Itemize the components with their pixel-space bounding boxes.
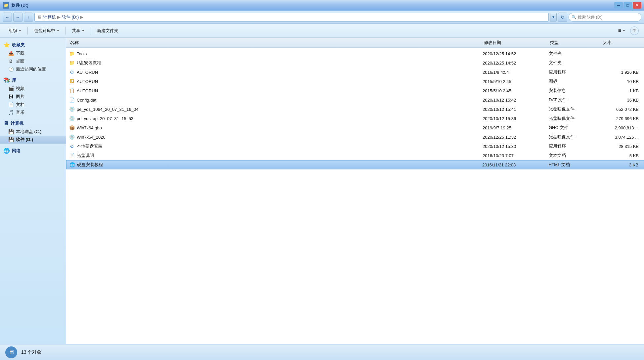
back-button[interactable]: ← (3, 13, 12, 22)
path-computer[interactable]: 计算机 (43, 14, 56, 20)
sidebar-item-local-c[interactable]: 💾 本地磁盘 (C:) (0, 128, 66, 136)
search-input[interactable] (578, 15, 638, 20)
file-name-cell: ⚙ 本地硬盘安装 (69, 143, 483, 149)
address-path[interactable]: 🖥 计算机 ▶ 软件 (D:) ▶ (34, 13, 549, 22)
file-name-label: AUTORUN (77, 79, 98, 84)
col-date[interactable]: 修改日期 (483, 40, 549, 46)
col-name[interactable]: 名称 (69, 40, 483, 46)
file-type-cell: DAT 文件 (549, 97, 602, 103)
up-button[interactable]: ↑ (24, 13, 33, 22)
table-row[interactable]: 📄 光盘说明 2016/10/23 7:07 文本文档 5 KB (66, 151, 644, 160)
file-size-cell: 1,926 KB (602, 70, 641, 75)
sidebar-item-downloads[interactable]: 📥 下载 (0, 49, 66, 57)
file-name-label: pe_yqs_xp_20_07_31_15_53 (77, 116, 133, 121)
table-row[interactable]: 💿 pe_yqs_1064_20_07_31_16_04 2020/10/12 … (66, 105, 644, 114)
sidebar-item-docs[interactable]: 📄 文档 (0, 101, 66, 109)
file-name-label: Config.dat (77, 98, 96, 103)
file-type-cell: 文件夹 (549, 60, 602, 66)
file-type-icon: 📋 (69, 88, 75, 94)
minimize-button[interactable]: ─ (614, 2, 623, 9)
search-box[interactable]: 🔍 (569, 13, 641, 22)
file-name-cell: 🖼 AUTORUN (69, 78, 483, 84)
file-date-cell: 2020/12/25 14:52 (483, 51, 549, 56)
file-name-cell: 📋 AUTORUN (69, 88, 483, 94)
file-size-cell: 1 KB (602, 88, 641, 93)
sidebar-libraries-header[interactable]: 📚 库 (0, 76, 66, 85)
table-row[interactable]: 💿 Win7x64_2020 2020/12/25 11:32 光盘映像文件 3… (66, 132, 644, 142)
file-type-icon: 📦 (69, 125, 75, 131)
file-type-icon: ⚙ (69, 143, 75, 149)
col-type[interactable]: 类型 (549, 40, 602, 46)
file-name-label: Tools (77, 51, 87, 56)
table-row[interactable]: 📁 U盘安装教程 2020/12/25 14:52 文件夹 (66, 58, 644, 68)
table-row[interactable]: 📄 Config.dat 2020/10/12 15:42 DAT 文件 36 … (66, 95, 644, 105)
file-type-icon: 📁 (69, 51, 75, 57)
sidebar-item-images[interactable]: 🖼 图片 (0, 93, 66, 101)
file-date-cell: 2016/11/21 22:03 (482, 162, 548, 167)
close-button[interactable]: ✕ (633, 2, 641, 9)
file-name-cell: 📁 U盘安装教程 (69, 60, 483, 66)
status-count: 13 个对象 (21, 349, 41, 355)
forward-button[interactable]: → (13, 13, 22, 22)
sidebar-item-music[interactable]: 🎵 音乐 (0, 109, 66, 116)
file-name-label: U盘安装教程 (77, 60, 101, 66)
organize-arrow: ▼ (19, 29, 21, 32)
library-arrow: ▼ (57, 29, 60, 32)
file-type-icon: 📄 (69, 97, 75, 103)
titlebar-title: 软件 (D:) (11, 2, 28, 8)
table-row[interactable]: 📋 AUTORUN 2015/5/10 2:45 安装信息 1 KB (66, 86, 644, 95)
col-size[interactable]: 大小 (602, 40, 641, 46)
file-name-cell: 💿 pe_yqs_xp_20_07_31_15_53 (69, 115, 483, 121)
table-row[interactable]: ⚙ AUTORUN 2016/1/8 4:54 应用程序 1,926 KB (66, 68, 644, 77)
new-folder-button[interactable]: 新建文件夹 (94, 26, 122, 36)
path-drive[interactable]: 软件 (D:) (62, 14, 79, 20)
toolbar-sep-2 (65, 27, 66, 35)
main-area: ⭐ 收藏夹 📥 下载 🖥 桌面 🕐 最近访问的位置 📚 库 (0, 38, 644, 344)
file-type-cell: 应用程序 (549, 69, 602, 75)
refresh-button[interactable]: ↻ (558, 13, 567, 22)
help-button[interactable]: ? (630, 26, 639, 35)
include-library-button[interactable]: 包含到库中 ▼ (30, 26, 63, 36)
file-type-icon: 🌐 (69, 162, 75, 168)
sidebar-item-video[interactable]: 🎬 视频 (0, 85, 66, 93)
file-type-icon: 💿 (69, 106, 75, 112)
file-type-cell: GHO 文件 (549, 125, 602, 131)
file-date-cell: 2020/10/12 15:42 (483, 98, 549, 103)
file-type-icon: 📁 (69, 60, 75, 66)
sidebar-computer-header[interactable]: 🖥 计算机 (0, 119, 66, 128)
file-name-cell: 💿 Win7x64_2020 (69, 134, 483, 140)
table-row[interactable]: 🖼 AUTORUN 2015/5/10 2:45 图标 10 KB (66, 77, 644, 86)
sidebar-item-recent[interactable]: 🕐 最近访问的位置 (0, 65, 66, 73)
file-name-cell: ⚙ AUTORUN (69, 69, 483, 75)
file-name-label: 光盘说明 (77, 153, 94, 158)
file-date-cell: 2020/12/25 11:32 (483, 135, 549, 140)
file-type-cell: 应用程序 (549, 143, 602, 149)
file-type-cell: HTML 文档 (548, 162, 601, 168)
computer-icon: 🖥 (3, 120, 9, 126)
sidebar-item-software-d[interactable]: 💾 软件 (D:) (0, 136, 66, 144)
sidebar-favorites-header[interactable]: ⭐ 收藏夹 (0, 40, 66, 49)
address-dropdown-btn[interactable]: ▼ (550, 13, 557, 22)
file-type-icon: 💿 (69, 134, 75, 140)
statusbar: 🖥 13 个对象 (0, 344, 644, 360)
share-button[interactable]: 共享 ▼ (68, 26, 88, 36)
maximize-button[interactable]: □ (623, 2, 632, 9)
software-d-icon: 💾 (8, 137, 14, 142)
table-row[interactable]: 💿 pe_yqs_xp_20_07_31_15_53 2020/10/12 15… (66, 114, 644, 123)
file-type-cell: 文件夹 (549, 51, 602, 57)
local-c-icon: 💾 (8, 129, 14, 134)
table-row[interactable]: 📁 Tools 2020/12/25 14:52 文件夹 (66, 49, 644, 58)
table-row[interactable]: 📦 Win7x64.gho 2019/9/7 19:25 GHO 文件 2,90… (66, 123, 644, 132)
view-button[interactable]: ≡ ▼ (615, 26, 629, 36)
sidebar-item-desktop[interactable]: 🖥 桌面 (0, 57, 66, 65)
sidebar-network-header[interactable]: 🌐 网络 (0, 146, 66, 155)
file-name-cell: 📄 光盘说明 (69, 153, 483, 158)
table-row[interactable]: 🌐 硬盘安装教程 2016/11/21 22:03 HTML 文档 3 KB (66, 160, 644, 169)
file-type-cell: 光盘映像文件 (549, 115, 602, 121)
file-type-icon: ⚙ (69, 69, 75, 75)
file-date-cell: 2020/12/25 14:52 (483, 61, 549, 66)
table-row[interactable]: ⚙ 本地硬盘安装 2020/10/12 15:30 应用程序 28,315 KB (66, 142, 644, 151)
file-date-cell: 2016/1/8 4:54 (483, 70, 549, 75)
organize-button[interactable]: 组织 ▼ (5, 26, 25, 36)
file-type-icon: 💿 (69, 115, 75, 121)
